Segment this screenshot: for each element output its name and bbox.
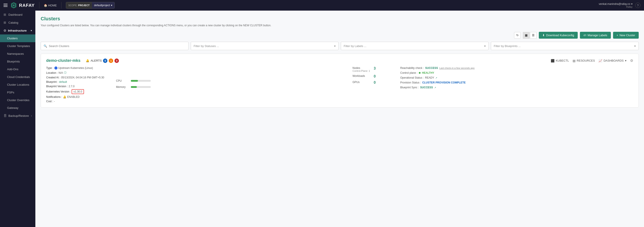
type-value: Upstream Kubernetes (Linux): [58, 66, 93, 70]
home-icon: 🏠: [44, 4, 47, 7]
workloads-value: 0: [374, 74, 376, 78]
page-description: Your configured Clusters are listed belo…: [41, 23, 639, 27]
sidebar-item-cluster-locations[interactable]: Cluster Locations: [0, 81, 35, 89]
scope-label: SCOPE: PROJECT: [66, 2, 92, 8]
home-link[interactable]: 🏠 HOME: [44, 4, 57, 7]
nodes-value: 3: [374, 66, 376, 70]
sidebar-item-cloud-credentials[interactable]: Cloud Credentials: [0, 73, 35, 81]
cluster-header-left: demo-cluster-mks 🔔 ALERTS 0 1 0: [46, 58, 119, 63]
sidebar-item-blueprints[interactable]: Blueprints: [0, 58, 35, 65]
memory-progress-bar-wrap: [131, 86, 151, 88]
list-view-button[interactable]: ☰: [530, 32, 536, 39]
scope-selector[interactable]: SCOPE: PROJECT defaultproject ▾: [66, 2, 115, 8]
gpus-label: GPUs: [352, 81, 370, 84]
sidebar-item-dashboard[interactable]: ⊞ Dashboard: [0, 10, 35, 18]
download-kubeconfig-button[interactable]: ⬇ Download Kubeconfig: [539, 32, 578, 39]
plus-icon: +: [616, 33, 618, 37]
sidebar-item-psps[interactable]: PSPs: [0, 89, 35, 96]
resources-action[interactable]: ▤ RESOURCES: [572, 59, 595, 62]
blueprint-sync-label: Blueprint Sync :: [400, 86, 419, 89]
k8s-version-label: Kubernetes Version :: [46, 90, 71, 93]
sidebar-item-gateway[interactable]: Gateway: [0, 104, 35, 112]
scope-value[interactable]: defaultproject ▾: [92, 2, 114, 8]
gpus-info: GPUs: [352, 81, 370, 84]
blueprint-row: Blueprint : default: [46, 80, 112, 83]
top-nav: RAFAY 🏠 HOME SCOPE: PROJECT defaultproje…: [0, 0, 644, 10]
cpu-progress-bar-wrap: [131, 80, 151, 82]
cluster-details: Type : Upstream Kubernetes (Linux) Locat…: [46, 66, 633, 103]
filter-labels-select[interactable]: Filter by Labels ... ▾: [341, 42, 489, 50]
filters-bar: 🔍 Filter by Statuses ... ▾ Filter by Lab…: [41, 42, 639, 50]
blueprint-version-row: Blueprint Version : 2.7.0: [46, 85, 112, 88]
kubectl-action[interactable]: ⬛ KUBECTL: [551, 59, 569, 62]
new-cluster-button[interactable]: + New Cluster: [613, 32, 639, 39]
type-label: Type :: [46, 66, 54, 70]
cluster-metrics-col: CPU Memory: [116, 66, 349, 103]
sidebar-item-cluster-overrides[interactable]: Cluster Overrides: [0, 96, 35, 104]
memory-label: Memory: [116, 85, 128, 89]
blueprint-sync-value[interactable]: SUCCESS: [420, 86, 433, 89]
workloads-label: Workloads: [352, 74, 370, 77]
user-info[interactable]: venkat.manindra@rafay.co ▾ Rafay: [599, 2, 632, 8]
sidebar-item-label: Blueprints: [7, 60, 20, 63]
filter-statuses-select[interactable]: Filter by Statuses ... ▾: [191, 42, 338, 50]
manage-labels-button[interactable]: 🏷 Manage Labels: [580, 32, 611, 39]
reachability-value[interactable]: SUCCESS: [425, 66, 438, 70]
hamburger-menu[interactable]: [4, 4, 8, 7]
search-input[interactable]: [49, 44, 186, 48]
provision-value[interactable]: CLUSTER PROVISION COMPLETE: [422, 81, 466, 84]
alerts-label: ALERTS: [90, 59, 102, 62]
k8s-version-value: v1.30.0: [72, 89, 84, 94]
sidebar-item-label: Gateway: [7, 106, 18, 110]
list-icon: ☰: [532, 33, 534, 37]
blueprint-sync-ext-icon[interactable]: ↗: [434, 86, 436, 89]
help-button[interactable]: ?: [635, 3, 640, 8]
filter-blueprints-arrow: ▾: [634, 44, 636, 48]
infrastructure-arrow: ▾: [31, 29, 32, 32]
sidebar-item-catalog[interactable]: ⊞ Catalog: [0, 18, 35, 26]
reachability-label: Reachability check :: [400, 66, 424, 70]
reachability-status-row: Reachability check : SUCCESS Last check-…: [400, 66, 633, 70]
sidebar-item-addons[interactable]: Add-Ons: [0, 65, 35, 73]
sidebar-item-backup-restore[interactable]: 🗄 Backup/Restore ›: [0, 112, 35, 120]
filter-labels-label: Filter by Labels ...: [344, 44, 366, 48]
location-row: Location : N/A ⓘ: [46, 71, 112, 75]
cluster-card-header: demo-cluster-mks 🔔 ALERTS 0 1 0 ⬛ KUBECT…: [46, 58, 633, 63]
resources-icon: ▤: [572, 59, 576, 62]
cluster-name[interactable]: demo-cluster-mks: [46, 58, 80, 63]
location-info-icon[interactable]: ⓘ: [64, 71, 66, 75]
top-nav-right: venkat.manindra@rafay.co ▾ Rafay ?: [599, 2, 640, 8]
refresh-button[interactable]: ↻: [514, 32, 521, 39]
page-title: Clusters: [41, 16, 639, 22]
grid-view-button[interactable]: ▦: [523, 32, 530, 39]
nodes-stat-row: Nodes Control-Plane: 1 3: [352, 66, 397, 72]
provision-label: Provision Status :: [400, 81, 421, 84]
sidebar-item-namespaces[interactable]: Namespaces: [0, 50, 35, 58]
alert-badge-red: 0: [114, 58, 119, 63]
logo: RAFAY: [10, 2, 35, 9]
operational-ext-icon[interactable]: ↗: [435, 77, 437, 79]
location-label: Location :: [46, 71, 58, 74]
alert-badge-orange: 1: [109, 58, 113, 63]
sidebar-item-cluster-templates[interactable]: Cluster Templates: [0, 42, 35, 50]
nodes-sub: Control-Plane: 1: [352, 70, 370, 72]
blueprint-label: Blueprint :: [46, 80, 58, 83]
created-label: Created At :: [46, 76, 60, 79]
nav-divider2: [61, 2, 62, 8]
filter-blueprints-select[interactable]: Filter by Blueprints ... ▾: [491, 42, 639, 50]
search-clusters-input[interactable]: 🔍: [41, 42, 188, 50]
cost-row: Cost : -: [46, 100, 112, 103]
provision-status-row: Provision Status : CLUSTER PROVISION COM…: [400, 81, 633, 84]
dashboards-action[interactable]: 📈 DASHBOARDS ▾: [598, 59, 626, 62]
notifications-label: Notifications :: [46, 95, 62, 98]
sidebar-item-label: Cluster Templates: [7, 44, 30, 48]
search-icon: 🔍: [44, 44, 47, 48]
sidebar-item-infrastructure[interactable]: ⊙ Infrastructure ▾: [0, 26, 35, 34]
sidebar-item-label: Catalog: [8, 21, 18, 24]
blueprint-value[interactable]: default: [59, 80, 67, 83]
sidebar-item-label: Clusters: [7, 37, 18, 40]
control-plane-dot: [419, 72, 420, 74]
sidebar-item-clusters[interactable]: Clusters: [0, 34, 35, 42]
refresh-icon: ↻: [516, 33, 519, 37]
cluster-settings-icon[interactable]: ⚙: [630, 58, 633, 63]
